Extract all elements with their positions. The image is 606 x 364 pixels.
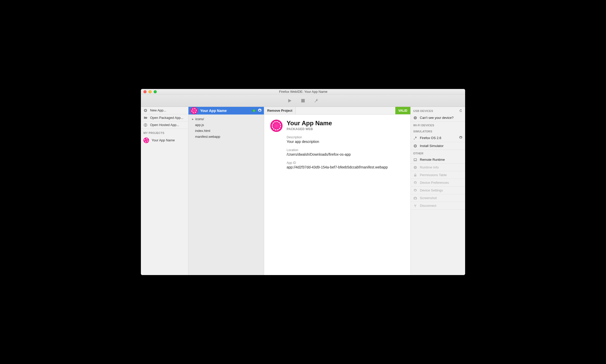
simulator-name: Firefox OS 2.6 (420, 136, 441, 140)
tree-header-name: Your App Name (200, 109, 250, 113)
play-icon[interactable] (287, 98, 292, 103)
cant-see-label: Can't see your device? (420, 116, 454, 120)
other-header: OTHER (411, 150, 465, 156)
disconnect: Disconnect (411, 202, 465, 210)
svg-text:?: ? (414, 117, 416, 119)
install-simulator-label: Install Simulator (420, 144, 443, 148)
laptop-icon (413, 158, 417, 162)
header-spacer (296, 107, 395, 114)
runtime-info-label: Runtime Info (420, 165, 439, 169)
disconnect-label: Disconnect (420, 204, 436, 208)
gear-icon (413, 189, 417, 192)
app-window: Firefox WebIDE: Your App Name New App... (141, 89, 465, 275)
window-title: Firefox WebIDE: Your App Name (157, 90, 465, 94)
app-type: PACKAGED WEB (287, 127, 388, 131)
svg-rect-6 (414, 158, 417, 160)
remote-runtime[interactable]: Remote Runtime (411, 156, 465, 164)
plus-circle-icon (143, 109, 148, 112)
gear-icon[interactable] (258, 108, 262, 113)
device-preferences: Device Preferences (411, 179, 465, 187)
plus-circle-icon (413, 144, 417, 148)
zoom-window-button[interactable] (154, 90, 157, 93)
gear-icon (413, 181, 417, 185)
main-panel: Remove Project VALID Your App Name PACKA… (264, 107, 410, 275)
rocket-icon (413, 136, 417, 140)
open-packaged-label: Open Packaged App... (150, 116, 183, 120)
valid-badge: VALID (395, 107, 410, 114)
stop-icon[interactable] (301, 98, 305, 103)
my-projects-header: MY PROJECTS (141, 129, 188, 136)
wifi-header-label: WI-FI DEVICES (413, 124, 434, 127)
install-simulator[interactable]: Install Simulator (411, 142, 465, 150)
new-app-item[interactable]: New App... (141, 107, 188, 114)
app-icon (270, 120, 283, 132)
minimize-window-button[interactable] (149, 90, 152, 93)
permissions-label: Permissions Table (420, 173, 447, 177)
description-label: Description (287, 135, 388, 139)
file-tree-panel: Your App Name ▸ icons/ app.js index.html (188, 107, 264, 275)
help-circle-icon: ? (413, 166, 417, 169)
simulator-item[interactable]: Firefox OS 2.6 (411, 134, 465, 142)
tree-item-label: app.js (195, 123, 204, 127)
app-name: Your App Name (287, 120, 388, 127)
tree-file[interactable]: app.js (188, 122, 264, 128)
svg-rect-0 (301, 99, 305, 103)
wifi-header: WI-FI DEVICES (411, 122, 465, 128)
tree-item-label: icons/ (195, 117, 204, 121)
tree-item-label: index.html (195, 129, 210, 133)
screenshot: Screenshot (411, 194, 465, 202)
valid-label: VALID (398, 109, 407, 112)
project-name: Your App Name (152, 138, 175, 142)
lock-icon (413, 173, 417, 177)
remove-project-label: Remove Project (267, 109, 292, 112)
app-icon (190, 107, 198, 114)
open-hosted-label: Open Hosted App... (150, 123, 179, 127)
svg-point-11 (414, 198, 416, 199)
other-header-label: OTHER (413, 152, 423, 155)
file-list: ▸ icons/ app.js index.html manifest.weba… (188, 115, 264, 141)
remove-project-button[interactable]: Remove Project (264, 107, 296, 114)
status-indicator-icon (253, 109, 255, 112)
description-value: Your app description (287, 140, 388, 144)
usb-header-label: USB DEVICES (413, 109, 433, 112)
folder-open-icon (143, 116, 148, 119)
tree-file[interactable]: index.html (188, 128, 264, 134)
projects-panel: New App... Open Packaged App... Open Hos… (141, 107, 188, 275)
refresh-icon[interactable] (459, 109, 463, 113)
new-app-label: New App... (150, 108, 166, 112)
plug-icon (413, 204, 417, 208)
help-circle-icon: ? (413, 116, 417, 120)
svg-rect-12 (414, 197, 416, 197)
app-icon (143, 138, 149, 143)
gear-icon[interactable] (459, 136, 463, 140)
open-hosted-item[interactable]: Open Hosted App... (141, 121, 188, 129)
open-packaged-item[interactable]: Open Packaged App... (141, 114, 188, 122)
tree-header: Your App Name (188, 107, 264, 115)
camera-icon (413, 196, 417, 200)
tree-folder[interactable]: ▸ icons/ (188, 116, 264, 122)
runtimes-panel: USB DEVICES ? Can't see your device? WI-… (410, 107, 465, 275)
location-label: Location (287, 148, 388, 152)
device-settings-label: Device Settings (420, 188, 443, 192)
tree-item-label: manifest.webapp (195, 135, 220, 139)
cant-see-device[interactable]: ? Can't see your device? (411, 114, 465, 122)
wrench-icon[interactable] (314, 98, 319, 103)
svg-rect-9 (414, 175, 417, 176)
window-controls (141, 90, 157, 93)
simulators-header-label: SIMULATORS (413, 130, 432, 133)
chevron-right-icon: ▸ (192, 117, 194, 121)
device-settings: Device Settings (411, 187, 465, 194)
close-window-button[interactable] (143, 90, 147, 93)
remote-runtime-label: Remote Runtime (420, 158, 445, 162)
permissions-table: Permissions Table (411, 171, 465, 179)
project-header-bar: Remove Project VALID (264, 107, 410, 115)
tree-file[interactable]: manifest.webapp (188, 134, 264, 140)
appid-label: App ID (287, 161, 388, 165)
globe-icon (143, 123, 148, 127)
screenshot-label: Screenshot (420, 196, 437, 200)
app-details: Your App Name PACKAGED WEB Description Y… (264, 115, 410, 174)
device-prefs-label: Device Preferences (420, 181, 449, 185)
toolbar (141, 95, 465, 107)
svg-text:?: ? (414, 166, 416, 169)
project-item[interactable]: Your App Name (141, 136, 188, 145)
